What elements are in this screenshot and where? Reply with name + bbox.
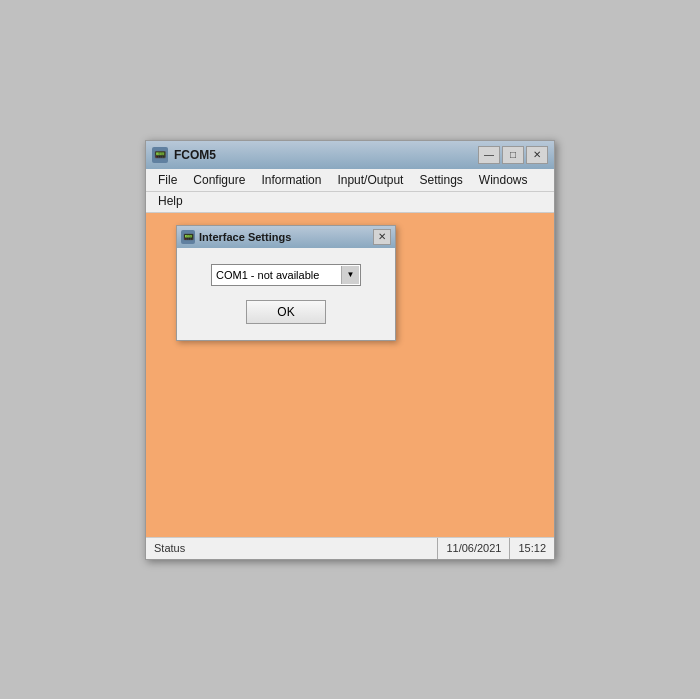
window-title: FCOM5 [174,148,478,162]
interface-settings-dialog: 📟 Interface Settings ✕ COM1 - not availa… [176,225,396,341]
menu-input-output[interactable]: Input/Output [329,171,411,189]
menu-information[interactable]: Information [253,171,329,189]
title-bar-buttons: — □ ✕ [478,146,548,164]
app-icon: 📟 [152,147,168,163]
menu-configure[interactable]: Configure [185,171,253,189]
status-date: 11/06/2021 [438,538,510,559]
dialog-title-bar: 📟 Interface Settings ✕ [177,226,395,248]
main-content-area: 📟 Interface Settings ✕ COM1 - not availa… [146,213,554,537]
status-label: Status [146,538,438,559]
close-button[interactable]: ✕ [526,146,548,164]
dialog-title: Interface Settings [199,231,373,243]
status-time: 15:12 [510,538,554,559]
dialog-icon: 📟 [181,230,195,244]
menu-help[interactable]: Help [150,192,191,210]
ok-button[interactable]: OK [246,300,326,324]
com-port-select-wrapper: COM1 - not available ▼ [211,264,361,286]
menu-bar-row2: Help [146,192,554,213]
dialog-close-button[interactable]: ✕ [373,229,391,245]
main-window: 📟 FCOM5 — □ ✕ File Configure Information… [145,140,555,560]
title-bar: 📟 FCOM5 — □ ✕ [146,141,554,169]
menu-windows[interactable]: Windows [471,171,536,189]
menu-settings[interactable]: Settings [411,171,470,189]
menu-file[interactable]: File [150,171,185,189]
maximize-button[interactable]: □ [502,146,524,164]
com-port-select[interactable]: COM1 - not available [211,264,361,286]
status-bar: Status 11/06/2021 15:12 [146,537,554,559]
dialog-body: COM1 - not available ▼ OK [177,248,395,340]
menu-bar: File Configure Information Input/Output … [146,169,554,192]
minimize-button[interactable]: — [478,146,500,164]
